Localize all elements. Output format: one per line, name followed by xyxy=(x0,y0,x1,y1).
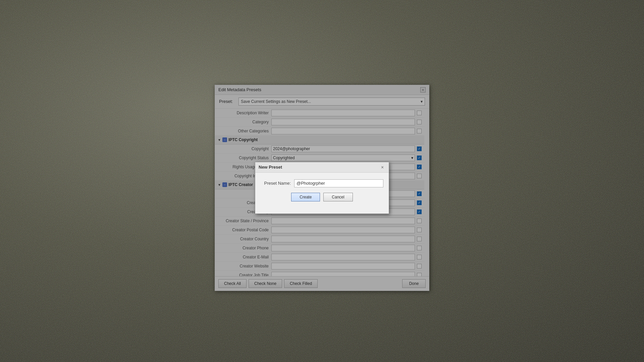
modal-cancel-button[interactable]: Cancel xyxy=(323,193,353,201)
main-dialog: Edit Metadata Presets × Preset: Save Cur… xyxy=(215,85,429,291)
modal-create-button[interactable]: Create xyxy=(291,193,320,201)
modal-overlay: New Preset × Preset Name: Create Cancel xyxy=(215,85,429,291)
modal-body: Preset Name: Create Cancel xyxy=(255,173,389,214)
modal-preset-name-label: Preset Name: xyxy=(261,181,291,186)
modal-preset-name-input[interactable] xyxy=(294,179,383,187)
modal-buttons: Create Cancel xyxy=(261,193,383,207)
new-preset-dialog: New Preset × Preset Name: Create Cancel xyxy=(255,162,389,214)
modal-titlebar: New Preset × xyxy=(255,162,389,173)
modal-close-button[interactable]: × xyxy=(379,164,385,170)
modal-title: New Preset xyxy=(259,165,282,170)
modal-preset-name-row: Preset Name: xyxy=(261,179,383,187)
